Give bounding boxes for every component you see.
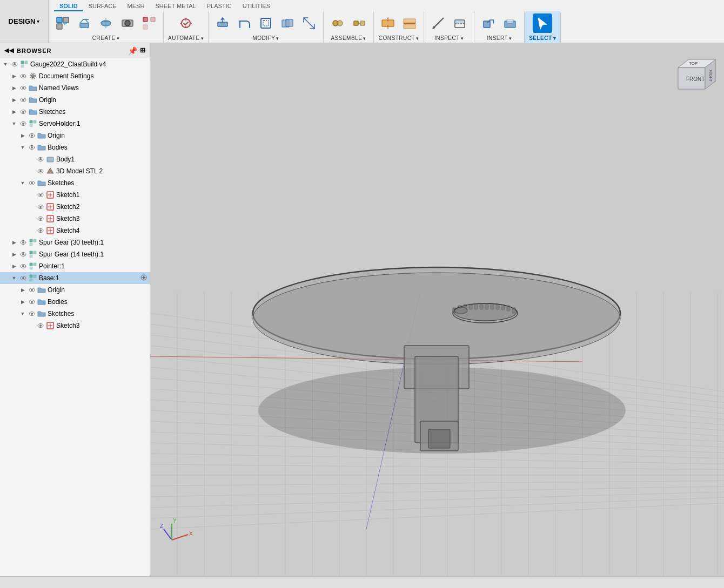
tree-item-doc-settings[interactable]: Document Settings [0,70,150,82]
visibility-icon-spurgear14[interactable] [18,249,28,259]
automate-icon[interactable] [176,13,196,33]
tree-item-sh-sketches[interactable]: Sketches [0,177,150,189]
hole-icon[interactable] [118,13,137,33]
browser-expand-icon[interactable]: ⊞ [140,46,146,55]
as-built-joint-icon[interactable] [350,13,369,33]
visibility-icon-base-sketches[interactable] [27,309,37,319]
tree-arrow-sh-origin[interactable] [18,131,27,140]
tree-item-stl2[interactable]: 3D Model STL 2 [0,165,150,177]
scale-icon[interactable] [299,13,319,33]
tree-item-pointer[interactable]: Pointer:1 [0,260,150,272]
tree-arrow-pointer[interactable] [10,262,18,271]
press-pull-icon[interactable] [213,13,232,33]
tab-sheet-metal[interactable]: SHEET METAL [150,2,201,11]
insert-derive-icon[interactable] [479,13,498,33]
tab-mesh[interactable]: MESH [122,2,150,11]
midplane-icon[interactable] [400,13,419,33]
fillet-icon[interactable] [234,13,254,33]
tree-item-base-bodies[interactable]: Bodies [0,296,150,308]
tab-utilities[interactable]: UTILITIES [237,2,276,11]
visibility-icon-base-sketch3[interactable] [36,321,45,330]
visibility-icon-sketches[interactable] [18,107,28,117]
tree-arrow-named-views[interactable] [10,84,18,92]
visibility-icon-body1[interactable] [36,154,45,164]
tree-item-root[interactable]: Gauge2022_ClaatBuild v4 [0,58,150,70]
decal-icon[interactable] [500,13,520,33]
visibility-icon-sketch2[interactable] [36,202,45,212]
tab-solid[interactable]: SOLID [54,2,83,11]
nav-cube[interactable]: FRONT TOP RIGHT [667,51,716,100]
visibility-icon-stl2[interactable] [36,166,45,176]
visibility-icon-sketch1[interactable] [36,190,45,200]
tree-item-base-sketch3[interactable]: Sketch3 [0,320,150,332]
combine-icon[interactable] [278,13,297,33]
tree-arrow-base-sketches[interactable] [18,309,27,318]
visibility-icon-base-origin[interactable] [27,285,37,295]
tree-item-sketches[interactable]: Sketches [0,106,150,118]
visibility-icon-doc-settings[interactable] [18,71,28,81]
visibility-icon-sketch3a[interactable] [36,214,45,224]
tree-item-sh-bodies[interactable]: Bodies [0,141,150,153]
tree-item-origin[interactable]: Origin [0,94,150,106]
target-icon-base1[interactable] [140,274,148,283]
tree-item-sketch3a[interactable]: Sketch3 [0,213,150,225]
tab-plastic[interactable]: PLASTIC [202,2,237,11]
visibility-icon-servoholder[interactable] [18,119,28,129]
tree-item-servoholder[interactable]: ServoHolder:1 [0,118,150,130]
tree-item-sketch2[interactable]: Sketch2 [0,201,150,213]
revolve-icon[interactable] [96,13,116,33]
tree-item-body1[interactable]: Body1 [0,153,150,165]
tree-arrow-spurgear30[interactable] [10,238,18,247]
tree-item-sketch1[interactable]: Sketch1 [0,189,150,201]
tree-arrow-servoholder[interactable] [10,119,18,128]
insert-label[interactable]: INSERT [487,35,512,41]
inspect-label[interactable]: INSPECT [434,35,464,41]
tree-item-named-views[interactable]: Named Views [0,82,150,94]
shell-icon[interactable] [256,13,276,33]
visibility-icon-named-views[interactable] [18,83,28,93]
visibility-icon-base-bodies[interactable] [27,297,37,307]
offset-plane-icon[interactable] [378,13,398,33]
browser-pin-icon[interactable]: 📌 [128,46,138,55]
select-label[interactable]: SELECT [529,35,556,41]
tab-surface[interactable]: SURFACE [83,2,122,11]
visibility-icon-sh-sketches[interactable] [27,178,37,188]
visibility-icon-sh-origin[interactable] [27,131,37,140]
tree-arrow-base-origin[interactable] [18,286,27,294]
tree-arrow-base1[interactable] [10,274,18,282]
tree-item-base1[interactable]: Base:1 [0,272,150,284]
tree-arrow-sh-sketches[interactable] [18,179,27,187]
visibility-icon-origin[interactable] [18,95,28,105]
viewport[interactable]: X Z Y FRONT TOP RIGHT [150,43,724,588]
visibility-icon-spurgear30[interactable] [18,238,28,247]
create-label[interactable]: CREATE [92,35,119,41]
measure-icon[interactable] [428,13,448,33]
tree-arrow-spurgear14[interactable] [10,250,18,259]
tree-arrow-origin[interactable] [10,96,18,104]
tree-item-base-sketches[interactable]: Sketches [0,308,150,320]
automate-label[interactable]: AUTOMATE [168,35,204,41]
visibility-icon-base1[interactable] [18,273,28,283]
assemble-label[interactable]: ASSEMBLE [331,35,366,41]
modify-label[interactable]: MODIFY [252,35,279,41]
extrude-icon[interactable] [75,13,94,33]
tree-item-sh-origin[interactable]: Origin [0,130,150,141]
tree-item-spurgear14[interactable]: Spur Gear (14 teeth):1 [0,248,150,260]
visibility-icon-sketch4[interactable] [36,226,45,235]
joint-icon[interactable] [328,13,347,33]
tree-arrow-root[interactable] [1,60,10,69]
visibility-icon-root[interactable] [10,59,19,69]
tree-arrow-sketches[interactable] [10,107,18,116]
tree-arrow-doc-settings[interactable] [10,72,18,80]
visibility-icon-sh-bodies[interactable] [27,143,37,152]
pattern-icon[interactable] [139,13,159,33]
select-icon[interactable] [533,13,552,33]
visibility-icon-pointer[interactable] [18,261,28,271]
tree-arrow-base-bodies[interactable] [18,298,27,306]
construct-label[interactable]: CONSTRUCT [379,35,419,41]
tree-item-sketch4[interactable]: Sketch4 [0,225,150,236]
design-button[interactable]: DESIGN ▾ [0,0,49,43]
tree-arrow-sh-bodies[interactable] [18,143,27,152]
tree-item-spurgear30[interactable]: Spur Gear (30 teeth):1 [0,236,150,248]
tree-item-base-origin[interactable]: Origin [0,284,150,296]
